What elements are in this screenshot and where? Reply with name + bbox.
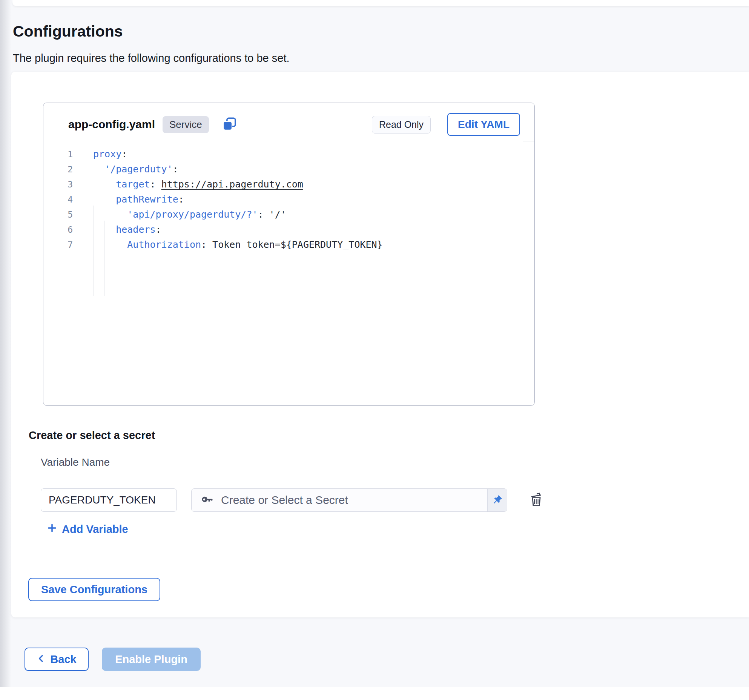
configurations-card: app-config.yaml Service Read Only Edit Y…: [11, 72, 749, 617]
code-text: proxy:: [80, 147, 127, 162]
line-number: 2: [43, 162, 80, 177]
code-text: 'api/proxy/pagerduty/?': '/': [80, 207, 286, 222]
secret-section-heading: Create or select a secret: [29, 429, 155, 442]
chevron-left-icon: [37, 653, 46, 666]
line-number: 6: [43, 222, 80, 237]
indent-guide: [116, 251, 116, 266]
code-line: 6 headers:: [43, 222, 523, 237]
back-button-label: Back: [50, 653, 76, 666]
pin-button[interactable]: [487, 489, 507, 511]
editor-scrollbar[interactable]: [523, 141, 534, 405]
add-variable-link[interactable]: Add Variable: [47, 523, 128, 536]
copy-button[interactable]: [221, 116, 238, 133]
secret-select-main[interactable]: Create or Select a Secret: [192, 489, 487, 511]
line-number: 1: [43, 147, 80, 162]
copy-icon: [221, 116, 237, 133]
code-text: target: https://api.pagerduty.com: [80, 177, 303, 192]
plus-icon: [47, 523, 57, 536]
line-number: 7: [43, 237, 80, 252]
plugin-configuration-page: Configurations The plugin requires the f…: [0, 0, 749, 700]
line-number: 4: [43, 192, 80, 207]
yaml-editor-card: app-config.yaml Service Read Only Edit Y…: [43, 103, 535, 406]
previous-card-bottom-edge: [12, 0, 749, 6]
yaml-editor-header: app-config.yaml Service Read Only Edit Y…: [43, 103, 534, 144]
page-subtitle: The plugin requires the following config…: [13, 52, 290, 64]
pushpin-icon: [492, 494, 503, 507]
code-line: 2 '/pagerduty':: [43, 162, 523, 177]
code-line: 4 pathRewrite:: [43, 192, 523, 207]
secret-select-placeholder: Create or Select a Secret: [221, 494, 348, 507]
page-title: Configurations: [13, 23, 123, 40]
code-line: 7 Authorization: Token token=${PAGERDUTY…: [43, 237, 523, 252]
code-text: headers:: [80, 222, 161, 237]
code-line: 1 proxy:: [43, 147, 523, 162]
code-text: Authorization: Token token=${PAGERDUTY_T…: [80, 237, 383, 252]
indent-guide: [104, 221, 105, 296]
code-line: 3 target: https://api.pagerduty.com: [43, 177, 523, 192]
code-line: 5 'api/proxy/pagerduty/?': '/': [43, 207, 523, 222]
code-text: pathRewrite:: [80, 192, 184, 207]
back-button[interactable]: Back: [25, 648, 89, 671]
add-variable-label: Add Variable: [62, 523, 128, 536]
file-name: app-config.yaml: [68, 118, 155, 131]
service-badge: Service: [163, 116, 209, 133]
next-section-top-edge: [0, 687, 749, 700]
variable-name-input[interactable]: [41, 488, 177, 512]
enable-plugin-button[interactable]: Enable Plugin: [102, 648, 201, 671]
delete-variable-button[interactable]: [527, 491, 545, 509]
variable-name-label: Variable Name: [41, 456, 110, 468]
footer-actions: Back Enable Plugin: [25, 648, 201, 671]
edit-yaml-button[interactable]: Edit YAML: [447, 113, 520, 136]
trash-icon: [528, 491, 545, 509]
code-text: '/pagerduty':: [80, 162, 178, 177]
line-number: 3: [43, 177, 80, 192]
line-number: 5: [43, 207, 80, 222]
indent-guide: [116, 281, 116, 296]
left-edge-shadow: [0, 0, 11, 687]
secret-select[interactable]: Create or Select a Secret: [191, 488, 507, 512]
save-configurations-button[interactable]: Save Configurations: [28, 578, 160, 601]
code-area[interactable]: 1 proxy: 2 '/pagerduty': 3 target: https…: [43, 147, 523, 252]
key-icon: [201, 493, 214, 508]
read-only-badge: Read Only: [372, 116, 431, 134]
indent-guide: [93, 206, 94, 296]
